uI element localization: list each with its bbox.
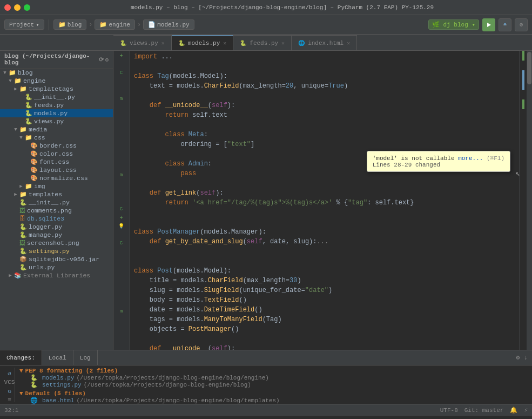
fold-icon2[interactable]: + xyxy=(119,215,123,221)
default-header[interactable]: ▼ Default (5 files) xyxy=(19,390,528,397)
status-position: 32:1 xyxy=(4,407,18,414)
tab-models[interactable]: 🐍 models.py ✕ xyxy=(172,35,233,50)
settings-icon[interactable]: ⚙ xyxy=(105,56,109,63)
tab-views-label: views.py xyxy=(130,40,158,46)
gutter-line: C xyxy=(113,69,129,78)
sidebar-item-blog[interactable]: ▼ 📁 blog xyxy=(0,69,113,77)
pep8-item-settings[interactable]: 🐍 settings.py (/Users/topka/Projects/dja… xyxy=(19,381,528,388)
gutter-line xyxy=(113,248,129,256)
tab-models-close[interactable]: ✕ xyxy=(223,40,226,46)
debug-button[interactable] xyxy=(499,18,511,31)
close-button[interactable] xyxy=(4,4,11,11)
sidebar-item-border-css[interactable]: 🎨 border.css xyxy=(0,142,113,150)
gutter-line: m xyxy=(113,308,129,316)
default-item-db[interactable]: 🗄 db.sqlite3 (/Users/topka/Projects/djan… xyxy=(19,404,528,404)
sidebar-item-layout-css[interactable]: 🎨 layout.css xyxy=(0,166,113,174)
blog-breadcrumb[interactable]: 📁 blog xyxy=(53,19,86,30)
code-line-9: class Meta: xyxy=(130,130,519,139)
tab-views[interactable]: 🐍 views.py ✕ xyxy=(113,35,172,50)
sidebar-item-sqlite-jar[interactable]: 📦 sqlitejdbc-v056.jar xyxy=(0,255,113,263)
sidebar-item-font-css[interactable]: 🎨 font.css xyxy=(0,158,113,166)
vcs-refresh-icon[interactable]: ↻ xyxy=(8,388,11,395)
base-file-link[interactable]: base.html xyxy=(42,397,74,404)
code-line-1: import ... xyxy=(130,52,519,62)
sidebar-item-external-libs[interactable]: ▶ 📚 External Libraries xyxy=(0,271,113,280)
expand-icon: ▶ xyxy=(18,183,24,189)
sidebar-item-db-sqlite3[interactable]: 🗄 db.sqlite3 xyxy=(0,215,113,223)
sidebar-item-manage[interactable]: 🐍 manage.py xyxy=(0,231,113,239)
models-file-link[interactable]: models.py xyxy=(42,375,74,381)
gutter-line xyxy=(113,197,129,205)
tab-index-close[interactable]: ✕ xyxy=(347,40,350,46)
window-controls[interactable] xyxy=(4,4,30,11)
tab-feeds-close[interactable]: ✕ xyxy=(281,40,285,46)
gutter-line xyxy=(113,231,129,240)
scrollbar-thumb[interactable] xyxy=(527,52,531,84)
sidebar-item-templatetags[interactable]: ▶ 📁 templatetags xyxy=(0,85,113,93)
sidebar-item-label: engine xyxy=(23,77,45,84)
models-breadcrumb[interactable]: 📄 models.py xyxy=(143,19,194,30)
settings-file-link[interactable]: settings.py xyxy=(42,382,82,388)
status-encoding[interactable]: UTF-8 xyxy=(440,407,458,414)
tab-views-close[interactable]: ✕ xyxy=(161,40,165,46)
expand-icon: ▶ xyxy=(8,272,13,278)
sync-icon[interactable]: ⟳ xyxy=(99,56,104,63)
bottom-tab-changes[interactable]: Changes: xyxy=(0,350,42,365)
vertical-scrollbar[interactable] xyxy=(527,51,532,350)
sidebar-item-normalize-css[interactable]: 🎨 normalize.css xyxy=(0,174,113,182)
bottom-gear-icon[interactable]: ⚙ ↓ xyxy=(511,354,532,362)
bottom-panel: Changes: Local Log ⚙ ↓ ↺ VCS ↻ ≡ « » xyxy=(0,350,532,404)
fold-icon[interactable]: + xyxy=(119,53,123,59)
code-line-27: date = models.DateTimeField() xyxy=(130,305,519,315)
sidebar-item-init[interactable]: 🐍 __init__.py xyxy=(0,93,113,101)
status-git[interactable]: Git: master xyxy=(464,407,504,414)
pep8-header[interactable]: ▼ PEP 8 formatting (2 files) xyxy=(19,368,528,374)
tab-feeds[interactable]: 🐍 feeds.py ✕ xyxy=(233,35,292,50)
sidebar-item-feeds[interactable]: 🐍 feeds.py xyxy=(0,101,113,109)
sidebar-item-templates[interactable]: ▶ 📁 templates xyxy=(0,190,113,198)
code-line-30 xyxy=(130,334,519,344)
sidebar-item-screenshot[interactable]: 🖼 screenshot.png xyxy=(0,239,113,247)
bottom-tab-local[interactable]: Local xyxy=(42,350,73,365)
status-notifications[interactable]: 🔔 xyxy=(510,407,517,414)
maximize-button[interactable] xyxy=(24,4,30,11)
run-button[interactable] xyxy=(482,18,495,31)
default-item-base[interactable]: 🌐 base.html (/Users/topka/Projects/djang… xyxy=(19,397,528,404)
sidebar-item-label: models.py xyxy=(34,110,68,117)
sidebar-item-img[interactable]: ▶ 📁 img xyxy=(0,182,113,190)
sidebar-item-media[interactable]: ▼ 📁 media xyxy=(0,125,113,134)
bulb-icon[interactable]: 💡 xyxy=(118,223,124,229)
sidebar-item-logger[interactable]: 🐍 logger.py xyxy=(0,223,113,231)
sidebar-actions[interactable]: ⟳ ⚙ xyxy=(99,56,109,63)
sidebar-item-settings[interactable]: 🐍 settings.py xyxy=(0,247,113,255)
breadcrumb-sep2: › xyxy=(137,21,141,29)
py-icon: 🐍 xyxy=(25,102,32,109)
vcs-expand-icon[interactable]: ≡ xyxy=(8,397,11,403)
vcs-icon[interactable]: ↺ xyxy=(8,370,11,377)
gutter-line xyxy=(113,145,129,154)
engine-breadcrumb[interactable]: 📁 engine xyxy=(95,19,135,30)
title-bar: models.py – blog – [~/Projects/django-bl… xyxy=(0,0,532,15)
tab-index[interactable]: 🌐 index.html ✕ xyxy=(292,35,357,50)
sidebar-item-css[interactable]: ▼ 📁 css xyxy=(0,134,113,142)
sidebar-item-label: settings.py xyxy=(29,248,70,255)
expand-icon: ▶ xyxy=(13,86,18,92)
pep8-item-models[interactable]: 🐍 models.py (/Users/topka/Projects/djang… xyxy=(19,374,528,381)
db-file-link[interactable]: db.sqlite3 xyxy=(41,404,76,405)
sidebar-item-engine[interactable]: ▼ 📁 engine xyxy=(0,77,113,85)
project-button[interactable]: Project ▾ xyxy=(4,19,44,30)
tooltip-link[interactable]: more... xyxy=(458,155,483,162)
sidebar-item-label: db.sqlite3 xyxy=(27,215,64,222)
sidebar-item-comments-png[interactable]: 🖼 comments.png xyxy=(0,207,113,215)
sidebar-item-models[interactable]: 🐍 models.py xyxy=(0,109,113,117)
sidebar-item-init2[interactable]: 🐍 __init__.py xyxy=(0,198,113,207)
bottom-tab-log[interactable]: Log xyxy=(73,350,98,365)
minimize-button[interactable] xyxy=(14,4,21,11)
settings-button[interactable]: ⚙ xyxy=(515,18,528,31)
sidebar-item-views[interactable]: 🐍 views.py xyxy=(0,117,113,125)
code-editor[interactable]: import ... class Tag(models.Model): text… xyxy=(130,51,519,350)
code-line-20: def get_by_date_and_slug(self, date, slu… xyxy=(130,237,519,247)
sidebar-item-color-css[interactable]: 🎨 color.css xyxy=(0,150,113,158)
class-icon: C xyxy=(120,70,123,76)
sidebar-item-urls[interactable]: 🐍 urls.py xyxy=(0,263,113,271)
